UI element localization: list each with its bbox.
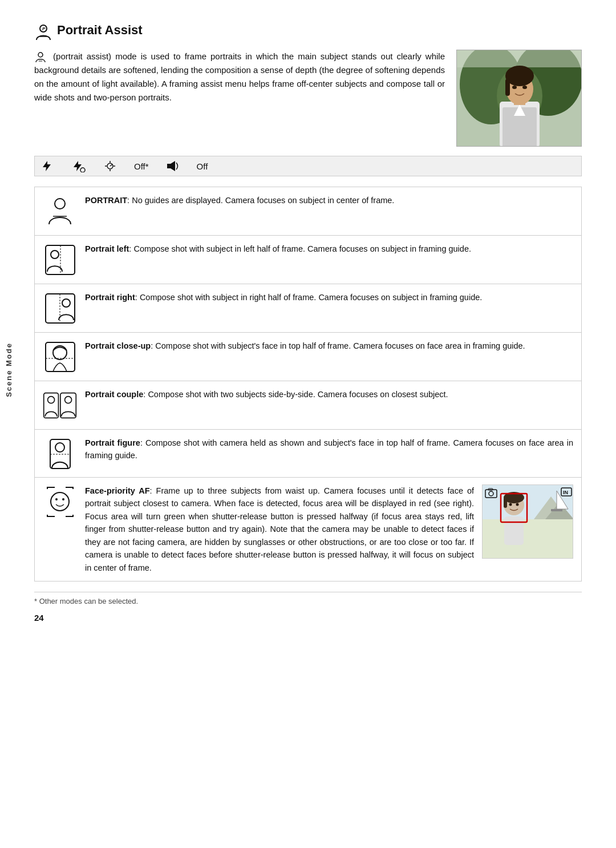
svg-marker-29 <box>171 161 175 171</box>
portrait-couple-label: Portrait couple <box>85 390 143 399</box>
portrait-left-text: Portrait left: Compose shot with subject… <box>85 243 573 255</box>
portrait-right-desc: Compose shot with subject in right half … <box>140 293 482 302</box>
page-number: 24 <box>34 613 44 623</box>
section-title-row: P Portrait Assist <box>34 23 582 44</box>
portrait-closeup-text: Portrait close-up: Compose shot with sub… <box>85 340 573 352</box>
portrait-assist-title-icon: P <box>34 23 52 44</box>
svg-point-33 <box>51 251 59 259</box>
sound-setting <box>166 160 180 172</box>
info-rows: PORTRAIT: No guides are displayed. Camer… <box>34 187 582 582</box>
face-priority-icon <box>43 484 77 519</box>
portrait-closeup-label: Portrait close-up <box>85 341 151 350</box>
svg-point-30 <box>55 199 65 209</box>
svg-point-21 <box>80 168 85 172</box>
portrait-closeup-icon <box>43 340 77 374</box>
portrait-figure-label: Portrait figure <box>85 438 140 447</box>
svg-rect-63 <box>504 516 524 545</box>
svg-point-62 <box>516 503 519 506</box>
svg-marker-19 <box>43 161 51 171</box>
portrait-row: PORTRAIT: No guides are displayed. Camer… <box>34 187 582 236</box>
svg-point-44 <box>65 396 72 403</box>
svg-point-18 <box>522 86 527 89</box>
svg-point-36 <box>62 299 70 307</box>
svg-rect-9 <box>457 50 582 67</box>
intro-body-text: (portrait assist) mode is used to frame … <box>34 51 445 102</box>
off-asterisk-value: Off* <box>134 161 149 171</box>
flash-slow-setting <box>70 160 86 172</box>
flash-setting <box>40 160 53 172</box>
portrait-desc: No guides are displayed. Camera focuses … <box>132 196 394 205</box>
portrait-couple-desc: Compose shot with two subjects side-by-s… <box>148 390 448 399</box>
svg-rect-53 <box>483 519 573 559</box>
svg-point-48 <box>51 492 69 511</box>
portrait-closeup-row: Portrait close-up: Compose shot with sub… <box>34 332 582 381</box>
off-value: Off <box>197 161 208 171</box>
portrait-couple-text: Portrait couple: Compose shot with two s… <box>85 388 573 401</box>
portrait-right-icon <box>43 291 77 325</box>
portrait-left-row: Portrait left: Compose shot with subject… <box>34 235 582 284</box>
face-priority-label: Face-priority AF <box>85 486 150 495</box>
footnote: * Other modes can be selected. <box>34 592 582 605</box>
svg-text:P: P <box>42 26 46 31</box>
settings-bar: Off* Off <box>34 156 582 176</box>
svg-rect-16 <box>505 79 510 96</box>
face-priority-text-wrap: Face-priority AF: Frame up to three subj… <box>85 484 474 574</box>
portrait-row-text: PORTRAIT: No guides are displayed. Camer… <box>85 194 573 207</box>
portrait-row-icon <box>43 194 77 228</box>
svg-point-3 <box>38 53 43 57</box>
portrait-figure-text: Portrait figure: Compose shot with camer… <box>85 437 573 462</box>
intro-photo <box>456 50 582 147</box>
portrait-right-row: Portrait right: Compose shot with subjec… <box>34 284 582 333</box>
portrait-label: PORTRAIT <box>85 196 127 205</box>
portrait-couple-icon <box>43 388 77 422</box>
portrait-couple-row: Portrait couple: Compose shot with two s… <box>34 381 582 430</box>
svg-point-50 <box>62 498 64 500</box>
svg-rect-56 <box>551 509 562 511</box>
portrait-closeup-desc: Compose shot with subject's face in top … <box>155 341 525 350</box>
section-title: Portrait Assist <box>57 23 143 38</box>
portrait-left-desc: Compose shot with subject in left half o… <box>133 244 471 253</box>
footnote-text: * Other modes can be selected. <box>34 597 138 605</box>
svg-line-27 <box>110 164 112 166</box>
portrait-figure-row: Portrait figure: Compose shot with camer… <box>34 429 582 478</box>
intro-section: (portrait assist) mode is used to frame … <box>34 50 582 147</box>
portrait-right-label: Portrait right <box>85 293 135 302</box>
intro-text: (portrait assist) mode is used to frame … <box>34 50 445 147</box>
svg-point-39 <box>53 346 67 360</box>
face-priority-content: Face-priority AF: Frame up to three subj… <box>85 484 573 574</box>
face-priority-row: Face-priority AF: Frame up to three subj… <box>34 477 582 582</box>
svg-point-61 <box>509 503 512 506</box>
svg-point-46 <box>55 443 64 452</box>
svg-point-42 <box>48 396 55 403</box>
side-label: Scene Mode <box>5 342 13 397</box>
svg-rect-28 <box>167 164 171 168</box>
portrait-left-icon <box>43 243 77 277</box>
svg-rect-60 <box>504 498 507 508</box>
portrait-figure-desc: Compose shot with camera held as shown a… <box>85 438 573 460</box>
face-priority-image: IN <box>482 484 573 559</box>
portrait-right-text: Portrait right: Compose shot with subjec… <box>85 291 573 304</box>
svg-point-17 <box>512 86 517 89</box>
svg-text:IN: IN <box>563 490 568 495</box>
face-priority-text: Face-priority AF: Frame up to three subj… <box>85 484 474 574</box>
face-priority-desc: Frame up to three subjects from waist up… <box>85 486 474 572</box>
selftimer-setting <box>103 160 117 172</box>
portrait-left-label: Portrait left <box>85 244 129 253</box>
svg-point-49 <box>55 498 58 500</box>
portrait-figure-icon <box>43 437 77 471</box>
